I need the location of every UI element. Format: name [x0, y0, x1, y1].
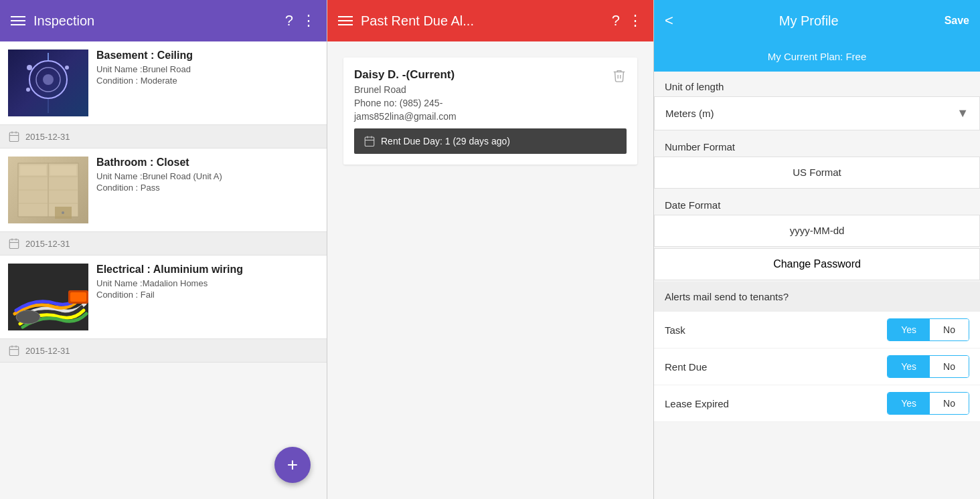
svg-rect-18 [50, 165, 76, 175]
more-icon-2[interactable]: ⋮ [628, 12, 643, 29]
rent-due-panel: Past Rent Due Al... ? ⋮ Daisy D. -(Curre… [327, 0, 653, 499]
tenant-phone: Phone no: (985) 245- [354, 98, 457, 108]
profile-panel: < My Profile Save My Current Plan: Free … [653, 0, 980, 499]
calendar-icon [8, 344, 20, 357]
unit-length-label: Unit of length [654, 72, 980, 96]
calendar-icon-rent [363, 135, 376, 147]
date-1: 2015-12-31 [25, 132, 70, 142]
item-info: Electrical : Aluminium wiring Unit Name … [88, 264, 243, 301]
rent-due-title: Past Rent Due Al... [361, 13, 604, 29]
svg-point-26 [16, 310, 40, 324]
help-icon-2[interactable]: ? [612, 12, 620, 29]
lease-expired-label: Lease Expired [665, 398, 887, 409]
delete-icon[interactable] [612, 68, 627, 86]
profile-body: My Current Plan: Free Unit of length Met… [654, 41, 980, 499]
tenant-email: jams852lina@gmail.com [354, 111, 457, 122]
svg-point-3 [27, 65, 32, 70]
hamburger-menu[interactable] [11, 16, 25, 25]
item-image-ceiling [8, 49, 88, 116]
lease-expired-toggle[interactable]: Yes No [887, 392, 969, 415]
task-toggle-row: Task Yes No [654, 312, 980, 348]
number-format-label: Number Format [654, 132, 980, 157]
lease-expired-toggle-row: Lease Expired Yes No [654, 385, 980, 422]
number-format-row[interactable]: US Format [654, 157, 980, 189]
change-password-button[interactable]: Change Password [654, 248, 980, 280]
save-button[interactable]: Save [945, 15, 969, 27]
help-icon[interactable]: ? [285, 12, 293, 29]
rent-due-toggle-row: Rent Due Yes No [654, 348, 980, 385]
back-icon[interactable]: < [665, 12, 673, 29]
date-row-3: 2015-12-31 [0, 339, 327, 363]
rent-due-toggle[interactable]: Yes No [887, 355, 969, 378]
rent-due-header: Past Rent Due Al... ? ⋮ [327, 0, 653, 41]
inspection-item[interactable]: Basement : Ceiling Unit Name :Brunel Roa… [0, 41, 327, 125]
alerts-section-label: Alerts mail send to tenants? [654, 282, 980, 312]
svg-rect-29 [9, 346, 19, 356]
calendar-icon [8, 130, 20, 142]
date-3: 2015-12-31 [25, 346, 70, 356]
profile-header: < My Profile Save [654, 0, 980, 41]
date-row-2: 2015-12-31 [0, 232, 327, 256]
current-plan-button[interactable]: My Current Plan: Free [654, 41, 980, 72]
item-title: Basement : Ceiling [96, 49, 193, 62]
item-condition: Condition : Pass [96, 183, 222, 193]
inspection-list: Basement : Ceiling Unit Name :Brunel Roa… [0, 41, 327, 499]
svg-point-5 [26, 88, 30, 92]
tenant-name: Daisy D. -(Current) [354, 68, 457, 82]
task-toggle[interactable]: Yes No [887, 318, 969, 341]
inspection-panel: Inspection ? ⋮ Basement : Ceiling [0, 0, 327, 499]
hamburger-menu-2[interactable] [338, 16, 353, 25]
task-yes-button[interactable]: Yes [888, 319, 930, 340]
item-unit: Unit Name :Brunel Road (Unit A) [96, 171, 222, 181]
item-unit: Unit Name :Madalion Homes [96, 278, 243, 288]
inspection-item[interactable]: Bathroom : Closet Unit Name :Brunel Road… [0, 148, 327, 232]
tenant-address: Brunel Road [354, 84, 457, 95]
svg-rect-33 [365, 137, 374, 146]
rent-due-no-button[interactable]: No [930, 356, 969, 377]
add-fab[interactable]: + [274, 447, 311, 483]
inspection-item[interactable]: Electrical : Aluminium wiring Unit Name … [0, 256, 327, 339]
item-condition: Condition : Fail [96, 290, 243, 300]
lease-expired-yes-button[interactable]: Yes [888, 393, 930, 414]
date-format-value: yyyy-MM-dd [790, 225, 845, 236]
item-info: Basement : Ceiling Unit Name :Brunel Roa… [88, 49, 193, 87]
lease-expired-no-button[interactable]: No [930, 393, 969, 414]
inspection-title: Inspection [33, 13, 277, 29]
date-format-label: Date Format [654, 190, 980, 215]
rent-due-yes-button[interactable]: Yes [888, 356, 930, 377]
date-row-1: 2015-12-31 [0, 125, 327, 148]
rent-due-bar: Rent Due Day: 1 (29 days ago) [354, 128, 627, 154]
task-label: Task [665, 324, 887, 336]
svg-point-20 [62, 211, 64, 214]
svg-rect-8 [9, 132, 19, 142]
item-condition: Condition : Moderate [96, 76, 193, 86]
svg-rect-28 [70, 292, 86, 302]
more-icon[interactable]: ⋮ [301, 12, 316, 29]
unit-length-dropdown[interactable]: Meters (m) ▼ [654, 96, 980, 130]
profile-title: My Profile [673, 13, 945, 29]
item-info: Bathroom : Closet Unit Name :Brunel Road… [88, 157, 222, 194]
item-title: Electrical : Aluminium wiring [96, 264, 243, 276]
calendar-icon [8, 237, 20, 250]
svg-rect-21 [9, 239, 19, 249]
item-title: Bathroom : Closet [96, 157, 222, 169]
number-format-value: US Format [793, 167, 841, 178]
rent-due-text: Rent Due Day: 1 (29 days ago) [381, 136, 510, 146]
svg-point-2 [43, 74, 54, 85]
rent-card-container: Daisy D. -(Current) Brunel Road Phone no… [327, 41, 653, 181]
date-2: 2015-12-31 [25, 239, 70, 249]
rent-due-label: Rent Due [665, 361, 887, 373]
rent-card: Daisy D. -(Current) Brunel Road Phone no… [343, 58, 637, 165]
date-format-row[interactable]: yyyy-MM-dd [654, 215, 980, 247]
chevron-down-icon: ▼ [957, 106, 969, 120]
item-unit: Unit Name :Brunel Road [96, 64, 193, 74]
task-no-button[interactable]: No [930, 319, 969, 340]
svg-rect-17 [20, 165, 46, 175]
unit-length-value: Meters (m) [665, 108, 714, 119]
inspection-header: Inspection ? ⋮ [0, 0, 327, 41]
item-image-closet [8, 157, 88, 223]
item-image-wiring [8, 264, 88, 330]
svg-point-4 [65, 66, 69, 70]
